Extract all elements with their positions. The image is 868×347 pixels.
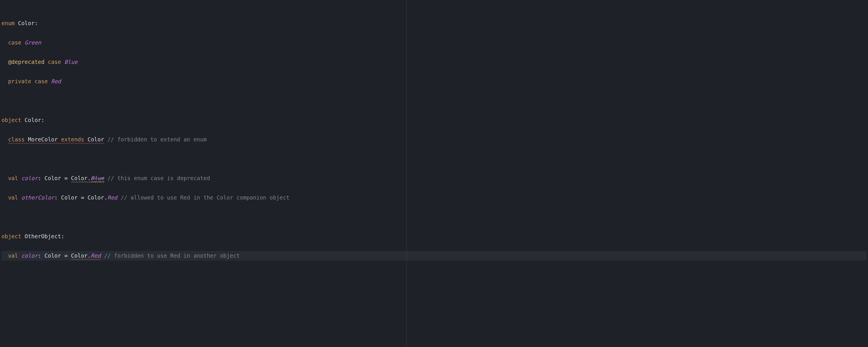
object-ref: Color bbox=[71, 252, 87, 259]
object-ref: Color bbox=[71, 175, 87, 181]
type-name: OtherObject bbox=[25, 233, 61, 240]
keyword-val: val bbox=[8, 194, 18, 201]
comment-slashes: // bbox=[107, 136, 114, 143]
colon: : bbox=[34, 20, 38, 26]
keyword-val: val bbox=[8, 252, 18, 259]
code-line: class MoreColor extends Color // forbidd… bbox=[1, 135, 867, 145]
comment-text: forbidden to extend an enum bbox=[114, 136, 207, 143]
type-name: Color bbox=[44, 252, 61, 259]
code-editor[interactable]: enum Color: case Green @deprecated case … bbox=[0, 0, 868, 271]
keyword-case: case bbox=[8, 39, 22, 46]
keyword-case: case bbox=[48, 59, 61, 65]
blank-line bbox=[1, 96, 867, 106]
property-ref-error: Red bbox=[91, 252, 101, 259]
code-line: object Color: bbox=[1, 115, 867, 125]
keyword-class: class bbox=[8, 136, 25, 143]
equals: = bbox=[64, 252, 67, 259]
equals: = bbox=[64, 175, 67, 181]
enum-case: Red bbox=[51, 78, 61, 85]
type-name: Color bbox=[61, 194, 78, 201]
code-line: object OtherObject: bbox=[1, 232, 867, 242]
dot: . bbox=[88, 252, 91, 259]
code-line: val otherColor: Color = Color.Red // all… bbox=[1, 193, 867, 203]
dot: . bbox=[104, 194, 107, 201]
val-name: color bbox=[22, 252, 38, 259]
colon: : bbox=[38, 252, 41, 259]
equals: = bbox=[81, 194, 84, 201]
enum-case: Green bbox=[25, 39, 41, 46]
comment-text: this enum case is deprecated bbox=[114, 175, 210, 181]
comment-slashes: // bbox=[121, 194, 127, 201]
code-line: val color: Color = Color.Blue // this en… bbox=[1, 174, 867, 183]
blank-line bbox=[1, 154, 867, 164]
keyword-private: private bbox=[8, 78, 31, 85]
keyword-extends: extends bbox=[61, 136, 84, 143]
blank-line bbox=[1, 212, 867, 222]
val-name: color bbox=[22, 175, 38, 181]
deprecated-prop: Blue bbox=[91, 175, 104, 181]
property-ref: Red bbox=[107, 194, 117, 201]
dot: . bbox=[88, 175, 91, 181]
code-line-highlighted: val color: Color = Color.Red // forbidde… bbox=[1, 251, 867, 261]
keyword-case: case bbox=[34, 78, 48, 85]
type-name: Color bbox=[18, 20, 34, 26]
keyword-val: val bbox=[8, 175, 18, 181]
keyword-object: object bbox=[1, 233, 22, 240]
comment-text: forbidden to use Red in another object bbox=[111, 252, 240, 259]
class-name: MoreColor bbox=[28, 136, 58, 143]
code-line: case Green bbox=[1, 38, 867, 48]
colon: : bbox=[38, 175, 41, 181]
code-line: @deprecated case Blue bbox=[1, 57, 867, 67]
type-name: Color bbox=[25, 117, 41, 123]
comment-slashes: // bbox=[104, 252, 111, 259]
colon: : bbox=[61, 233, 64, 240]
enum-case: Blue bbox=[64, 59, 78, 65]
type-name: Color bbox=[44, 175, 61, 181]
colon: : bbox=[54, 194, 58, 201]
right-margin-guide bbox=[406, 0, 407, 347]
type-name: Color bbox=[87, 136, 104, 143]
keyword-object: object bbox=[1, 117, 22, 123]
comment-slashes: // bbox=[107, 175, 114, 181]
annotation-deprecated: @deprecated bbox=[8, 59, 44, 65]
object-ref: Color bbox=[88, 194, 104, 201]
colon: : bbox=[41, 117, 44, 123]
val-name: otherColor bbox=[22, 194, 54, 201]
keyword-enum: enum bbox=[1, 20, 15, 26]
code-line: private case Red bbox=[1, 76, 867, 87]
code-line: enum Color: bbox=[1, 19, 867, 28]
comment-text: allowed to use Red in the Color companio… bbox=[127, 194, 290, 201]
